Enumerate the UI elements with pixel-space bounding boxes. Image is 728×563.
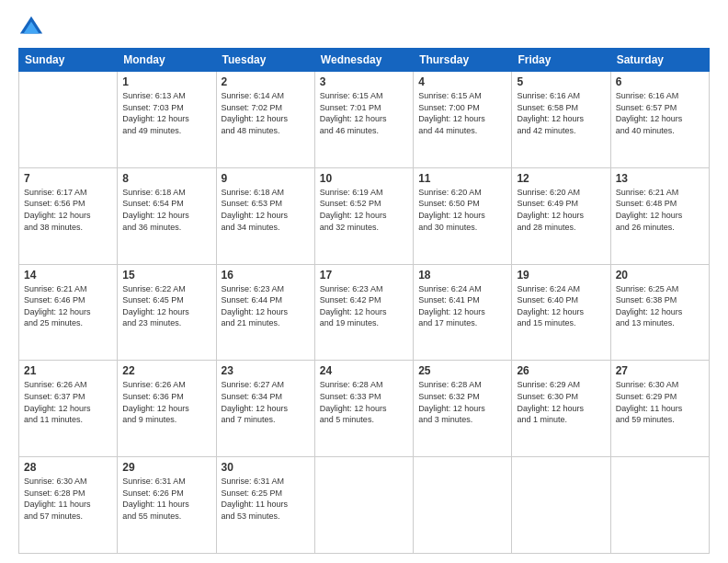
week-row-5: 28Sunrise: 6:30 AM Sunset: 6:28 PM Dayli…	[19, 457, 710, 554]
day-headers-row: SundayMondayTuesdayWednesdayThursdayFrid…	[19, 49, 710, 72]
calendar-cell: 28Sunrise: 6:30 AM Sunset: 6:28 PM Dayli…	[19, 457, 118, 554]
week-row-3: 14Sunrise: 6:21 AM Sunset: 6:46 PM Dayli…	[19, 264, 710, 361]
day-number: 19	[517, 269, 605, 282]
header	[18, 15, 710, 40]
day-number: 18	[418, 269, 506, 282]
calendar-cell: 22Sunrise: 6:26 AM Sunset: 6:36 PM Dayli…	[118, 361, 216, 457]
calendar-cell: 12Sunrise: 6:20 AM Sunset: 6:49 PM Dayli…	[512, 167, 610, 264]
calendar-cell: 14Sunrise: 6:21 AM Sunset: 6:46 PM Dayli…	[19, 264, 118, 361]
cell-content: Sunrise: 6:26 AM Sunset: 6:37 PM Dayligh…	[24, 379, 112, 425]
cell-content: Sunrise: 6:24 AM Sunset: 6:40 PM Dayligh…	[517, 283, 605, 329]
cell-content: Sunrise: 6:29 AM Sunset: 6:30 PM Dayligh…	[517, 379, 605, 425]
calendar-cell: 8Sunrise: 6:18 AM Sunset: 6:54 PM Daylig…	[118, 167, 216, 264]
cell-content: Sunrise: 6:27 AM Sunset: 6:34 PM Dayligh…	[222, 379, 310, 425]
calendar-cell: 20Sunrise: 6:25 AM Sunset: 6:38 PM Dayli…	[610, 264, 709, 361]
day-number: 28	[24, 461, 112, 474]
cell-content: Sunrise: 6:18 AM Sunset: 6:54 PM Dayligh…	[122, 187, 210, 233]
day-number: 2	[222, 75, 310, 88]
cell-content: Sunrise: 6:16 AM Sunset: 6:57 PM Dayligh…	[616, 90, 704, 136]
day-number: 1	[122, 75, 210, 88]
cell-content: Sunrise: 6:14 AM Sunset: 7:02 PM Dayligh…	[222, 90, 310, 136]
day-number: 5	[517, 75, 605, 88]
calendar-cell: 29Sunrise: 6:31 AM Sunset: 6:26 PM Dayli…	[118, 457, 216, 554]
logo	[18, 15, 48, 40]
calendar-table: SundayMondayTuesdayWednesdayThursdayFrid…	[18, 48, 710, 554]
day-number: 11	[418, 172, 506, 185]
day-number: 17	[320, 269, 408, 282]
day-header-friday: Friday	[512, 49, 610, 72]
calendar-cell: 11Sunrise: 6:20 AM Sunset: 6:50 PM Dayli…	[414, 167, 512, 264]
day-header-thursday: Thursday	[414, 49, 512, 72]
logo-icon	[18, 15, 44, 40]
calendar-cell: 15Sunrise: 6:22 AM Sunset: 6:45 PM Dayli…	[118, 264, 216, 361]
calendar-cell	[314, 457, 413, 554]
calendar-cell	[610, 457, 709, 554]
day-number: 25	[418, 364, 506, 377]
cell-content: Sunrise: 6:26 AM Sunset: 6:36 PM Dayligh…	[122, 379, 210, 425]
calendar-cell: 18Sunrise: 6:24 AM Sunset: 6:41 PM Dayli…	[414, 264, 512, 361]
day-number: 6	[616, 75, 704, 88]
day-number: 4	[418, 75, 506, 88]
day-number: 16	[222, 269, 310, 282]
cell-content: Sunrise: 6:28 AM Sunset: 6:32 PM Dayligh…	[418, 379, 506, 425]
day-number: 15	[122, 269, 210, 282]
cell-content: Sunrise: 6:19 AM Sunset: 6:52 PM Dayligh…	[320, 187, 408, 233]
day-number: 9	[222, 172, 310, 185]
cell-content: Sunrise: 6:15 AM Sunset: 7:01 PM Dayligh…	[320, 90, 408, 136]
cell-content: Sunrise: 6:21 AM Sunset: 6:48 PM Dayligh…	[616, 187, 704, 233]
cell-content: Sunrise: 6:16 AM Sunset: 6:58 PM Dayligh…	[517, 90, 605, 136]
calendar-cell: 3Sunrise: 6:15 AM Sunset: 7:01 PM Daylig…	[314, 72, 413, 168]
calendar-cell: 2Sunrise: 6:14 AM Sunset: 7:02 PM Daylig…	[216, 72, 314, 168]
cell-content: Sunrise: 6:30 AM Sunset: 6:29 PM Dayligh…	[616, 379, 704, 425]
day-number: 24	[320, 364, 408, 377]
week-row-1: 1Sunrise: 6:13 AM Sunset: 7:03 PM Daylig…	[19, 72, 710, 168]
calendar-cell: 13Sunrise: 6:21 AM Sunset: 6:48 PM Dayli…	[610, 167, 709, 264]
day-number: 21	[24, 364, 112, 377]
calendar-cell: 10Sunrise: 6:19 AM Sunset: 6:52 PM Dayli…	[314, 167, 413, 264]
calendar-cell: 21Sunrise: 6:26 AM Sunset: 6:37 PM Dayli…	[19, 361, 118, 457]
day-header-sunday: Sunday	[19, 49, 118, 72]
calendar-cell: 30Sunrise: 6:31 AM Sunset: 6:25 PM Dayli…	[216, 457, 314, 554]
calendar-cell: 19Sunrise: 6:24 AM Sunset: 6:40 PM Dayli…	[512, 264, 610, 361]
calendar-cell: 1Sunrise: 6:13 AM Sunset: 7:03 PM Daylig…	[118, 72, 216, 168]
calendar-cell: 17Sunrise: 6:23 AM Sunset: 6:42 PM Dayli…	[314, 264, 413, 361]
cell-content: Sunrise: 6:23 AM Sunset: 6:42 PM Dayligh…	[320, 283, 408, 329]
cell-content: Sunrise: 6:31 AM Sunset: 6:25 PM Dayligh…	[222, 476, 310, 522]
day-header-saturday: Saturday	[610, 49, 709, 72]
calendar-cell	[19, 72, 118, 168]
calendar-cell: 27Sunrise: 6:30 AM Sunset: 6:29 PM Dayli…	[610, 361, 709, 457]
cell-content: Sunrise: 6:15 AM Sunset: 7:00 PM Dayligh…	[418, 90, 506, 136]
cell-content: Sunrise: 6:18 AM Sunset: 6:53 PM Dayligh…	[222, 187, 310, 233]
page: SundayMondayTuesdayWednesdayThursdayFrid…	[0, 0, 728, 563]
calendar-cell: 5Sunrise: 6:16 AM Sunset: 6:58 PM Daylig…	[512, 72, 610, 168]
day-number: 29	[122, 461, 210, 474]
cell-content: Sunrise: 6:17 AM Sunset: 6:56 PM Dayligh…	[24, 187, 112, 233]
day-header-tuesday: Tuesday	[216, 49, 314, 72]
calendar-cell: 26Sunrise: 6:29 AM Sunset: 6:30 PM Dayli…	[512, 361, 610, 457]
day-number: 8	[122, 172, 210, 185]
calendar-cell	[512, 457, 610, 554]
calendar-cell: 7Sunrise: 6:17 AM Sunset: 6:56 PM Daylig…	[19, 167, 118, 264]
calendar-cell: 6Sunrise: 6:16 AM Sunset: 6:57 PM Daylig…	[610, 72, 709, 168]
cell-content: Sunrise: 6:21 AM Sunset: 6:46 PM Dayligh…	[24, 283, 112, 329]
day-number: 7	[24, 172, 112, 185]
calendar-cell: 23Sunrise: 6:27 AM Sunset: 6:34 PM Dayli…	[216, 361, 314, 457]
day-number: 26	[517, 364, 605, 377]
day-number: 13	[616, 172, 704, 185]
day-number: 22	[122, 364, 210, 377]
cell-content: Sunrise: 6:22 AM Sunset: 6:45 PM Dayligh…	[122, 283, 210, 329]
week-row-4: 21Sunrise: 6:26 AM Sunset: 6:37 PM Dayli…	[19, 361, 710, 457]
calendar-cell: 4Sunrise: 6:15 AM Sunset: 7:00 PM Daylig…	[414, 72, 512, 168]
cell-content: Sunrise: 6:23 AM Sunset: 6:44 PM Dayligh…	[222, 283, 310, 329]
cell-content: Sunrise: 6:20 AM Sunset: 6:49 PM Dayligh…	[517, 187, 605, 233]
calendar-cell: 24Sunrise: 6:28 AM Sunset: 6:33 PM Dayli…	[314, 361, 413, 457]
day-header-wednesday: Wednesday	[314, 49, 413, 72]
day-number: 30	[222, 461, 310, 474]
cell-content: Sunrise: 6:31 AM Sunset: 6:26 PM Dayligh…	[122, 476, 210, 522]
cell-content: Sunrise: 6:13 AM Sunset: 7:03 PM Dayligh…	[122, 90, 210, 136]
calendar-cell: 25Sunrise: 6:28 AM Sunset: 6:32 PM Dayli…	[414, 361, 512, 457]
day-number: 12	[517, 172, 605, 185]
cell-content: Sunrise: 6:25 AM Sunset: 6:38 PM Dayligh…	[616, 283, 704, 329]
day-header-monday: Monday	[118, 49, 216, 72]
day-number: 14	[24, 269, 112, 282]
